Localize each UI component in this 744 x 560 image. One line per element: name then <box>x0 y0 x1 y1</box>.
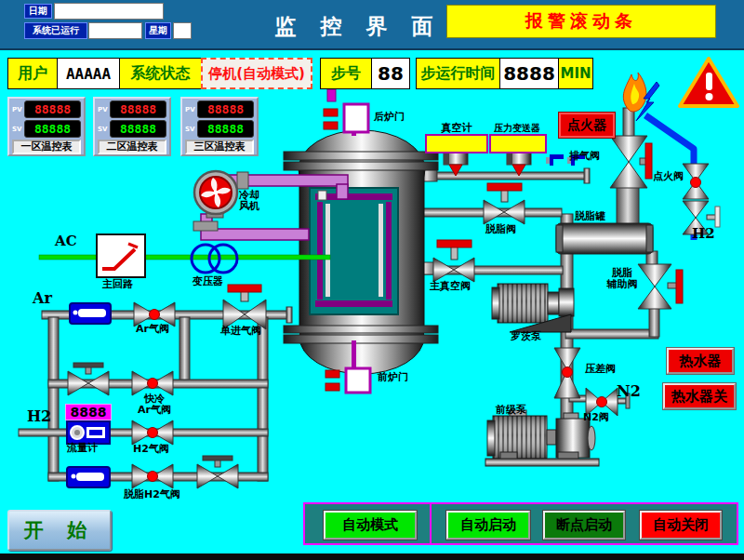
h2-gas-valve-icon[interactable] <box>132 420 173 445</box>
water-heater-off-button[interactable]: 热水器关 <box>663 383 736 409</box>
label-ignition-valve: 点火阀 <box>653 171 684 182</box>
label-vacuum-gauge: 真空计 <box>426 123 487 134</box>
cooling-fan-icon[interactable] <box>194 171 237 218</box>
label-flow-meter: 流量计 <box>67 443 98 454</box>
fore-pump-icon[interactable] <box>485 410 599 466</box>
degrease-tank-vessel <box>556 223 653 254</box>
label-degrease-h2-valve: 脱脂H2气阀 <box>124 489 180 500</box>
alarm-warning-icon <box>680 59 737 106</box>
label-front-door: 前炉门 <box>378 372 408 383</box>
alarm-scroll-banner: 报警滚动条 <box>446 5 716 38</box>
system-status-label: 系统状态 <box>119 58 202 89</box>
label-pressure-transmitter: 压力变送器 <box>485 123 549 133</box>
single-inlet-valve-icon[interactable] <box>223 285 266 329</box>
pipe-sleeve <box>237 172 248 189</box>
start-button[interactable]: 开 始 <box>7 510 112 551</box>
temp-controller-zone3: PV88888 SV88888 三区温控表 <box>180 97 259 156</box>
window-bottom-edge <box>0 553 744 560</box>
label-h2-left: H2 <box>27 408 51 425</box>
date-label: 日期 <box>24 4 52 19</box>
label-fore-pump: 前级泵 <box>496 405 526 416</box>
pv-display: 88888 <box>110 100 166 118</box>
degrease-valve-icon[interactable] <box>484 183 525 224</box>
week-field <box>173 22 192 39</box>
ar-flow-meter-icon <box>70 303 111 324</box>
sv-display: 88888 <box>24 120 81 138</box>
sv-display: 88888 <box>197 120 254 138</box>
ignition-valve-icon[interactable] <box>683 164 709 199</box>
pipe-sleeve <box>193 221 218 231</box>
label-n2: N2 <box>617 383 641 400</box>
uptime-label: 系统已运行 <box>24 22 87 39</box>
ac-power-line <box>39 255 330 260</box>
furnace-vessel <box>284 130 438 374</box>
limit-switch-icon <box>546 154 564 166</box>
label-n2-valve: N2阀 <box>583 412 609 423</box>
scada-screen: 日期 系统已运行 星期 监 控 界 面 报警滚动条 用户 AAAAA 系统状态 … <box>0 0 744 560</box>
date-field <box>54 3 164 20</box>
week-label: 星期 <box>145 22 171 39</box>
pv-tag: PV <box>98 106 110 113</box>
label-h2-right: H2 <box>692 226 715 242</box>
label-ar: Ar <box>33 290 52 307</box>
pv-display: 88888 <box>197 100 254 118</box>
system-status-value: 停机(自动模式) <box>201 58 312 89</box>
label-cooling-fan: 冷却 风机 <box>239 190 259 213</box>
exhaust-valve-icon[interactable] <box>610 136 652 188</box>
furnace-window <box>310 188 398 314</box>
water-heater-button[interactable]: 热水器 <box>667 348 734 374</box>
label-transformer: 变压器 <box>193 276 223 287</box>
header-bar: 日期 系统已运行 星期 监 控 界 面 报警滚动条 <box>0 0 744 50</box>
auto-mode-button[interactable]: 自动模式 <box>324 511 417 540</box>
page-title: 监 控 界 面 <box>251 12 465 41</box>
step-time-unit: MIN <box>558 58 593 89</box>
controller-name[interactable]: 一区温控表 <box>12 140 81 154</box>
pressure-transmitter-box <box>490 135 546 153</box>
label-ar-gas-valve: Ar气阀 <box>136 324 169 335</box>
sv-tag: SV <box>185 126 197 133</box>
label-degrease-valve: 脱脂阀 <box>485 224 516 235</box>
controller-name[interactable]: 二区温控表 <box>98 140 166 154</box>
label-degrease-aux-valve: 脱脂 辅助阀 <box>604 268 640 291</box>
step-time-label: 步运行时间 <box>416 58 500 89</box>
uptime-field <box>88 22 142 39</box>
degrease-h2-valve-icon[interactable] <box>132 464 173 488</box>
label-rear-door: 后炉门 <box>374 112 405 123</box>
breakpoint-start-button[interactable]: 断点启动 <box>543 511 625 540</box>
label-main-vacuum-valve: 主真空阀 <box>430 281 471 292</box>
degrease-flow-meter-icon <box>67 467 110 487</box>
auto-start-button[interactable]: 自动启动 <box>446 511 530 540</box>
user-value: AAAAA <box>57 58 120 89</box>
diff-pressure-valve-icon[interactable] <box>554 348 580 398</box>
label-diff-pressure-valve: 压差阀 <box>585 364 616 375</box>
label-single-inlet-valve: 单进气阀 <box>220 326 261 337</box>
degrease-aux-valve-icon[interactable] <box>638 264 683 309</box>
main-circuit-breaker-icon[interactable] <box>97 234 145 277</box>
label-exhaust-valve: 排气阀 <box>569 151 600 162</box>
label-h2-gas-valve: H2气阀 <box>133 444 169 455</box>
roots-pump-icon[interactable] <box>492 284 574 332</box>
label-degrease-tank: 脱脂罐 <box>575 211 605 222</box>
mode-button-bar: 自动模式 自动启动 断点启动 自动关闭 <box>303 502 738 545</box>
sv-tag: SV <box>98 126 110 133</box>
rear-furnace-door-icon[interactable] <box>324 89 368 136</box>
h2-flow-meter-icon <box>67 421 110 444</box>
vacuum-gauge-box <box>426 135 487 153</box>
pv-tag: PV <box>12 106 24 113</box>
label-main-circuit: 主回路 <box>102 279 133 290</box>
button-bar-divider <box>430 504 432 543</box>
igniter-button[interactable]: 点火器 <box>559 113 615 138</box>
pv-display: 88888 <box>24 100 81 118</box>
h2-flow-display: 8888 <box>65 404 112 420</box>
auto-close-button[interactable]: 自动关闭 <box>640 511 722 540</box>
pv-tag: PV <box>185 106 197 113</box>
temp-controller-zone2: PV88888 SV88888 二区温控表 <box>93 97 171 156</box>
step-no-value: 88 <box>371 58 410 89</box>
label-ac: AC <box>55 233 77 249</box>
sv-display: 88888 <box>110 120 166 138</box>
temp-controller-zone1: PV88888 SV88888 一区温控表 <box>7 97 86 156</box>
label-fast-cool-ar-valve: 快冷 Ar气阀 <box>130 393 179 417</box>
label-roots-pump: 罗茨泵 <box>511 331 541 342</box>
main-vacuum-valve-icon[interactable] <box>433 240 474 282</box>
controller-name[interactable]: 三区温控表 <box>185 140 254 154</box>
